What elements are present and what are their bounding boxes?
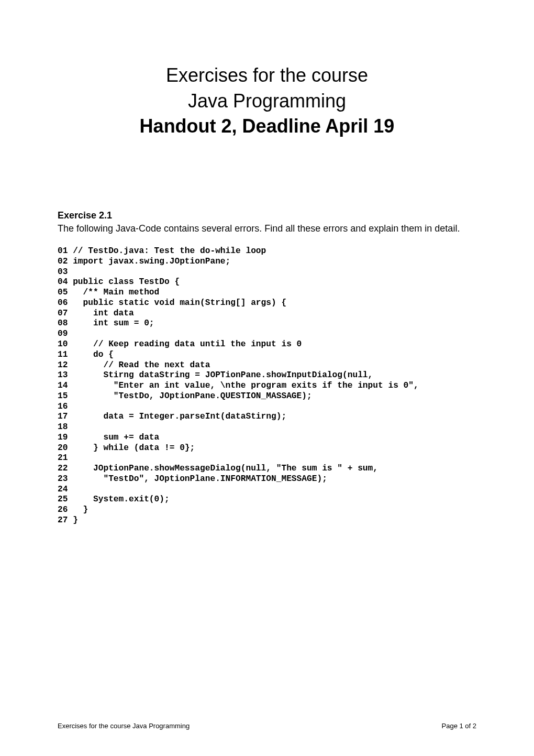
title-line-1: Exercises for the course [58,63,476,89]
page-footer: Exercises for the course Java Programmin… [58,722,476,730]
title-line-3: Handout 2, Deadline April 19 [58,114,476,139]
title-block: Exercises for the course Java Programmin… [58,63,476,139]
code-block: 01 // TestDo.java: Test the do-while loo… [58,246,476,526]
footer-left: Exercises for the course Java Programmin… [58,722,190,730]
exercise-heading: Exercise 2.1 [58,210,476,221]
exercise-intro: The following Java-Code contains several… [58,222,476,235]
title-line-2: Java Programming [58,89,476,114]
footer-right: Page 1 of 2 [442,722,477,730]
